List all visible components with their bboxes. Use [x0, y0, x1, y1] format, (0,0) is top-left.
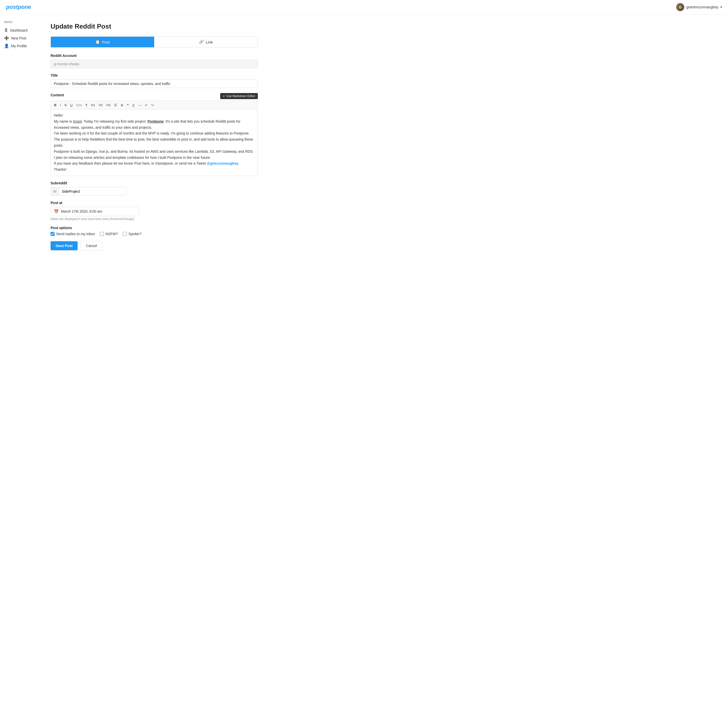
sidebar-item-label: New Post: [11, 36, 26, 40]
italic-button[interactable]: I: [59, 103, 62, 108]
save-post-button[interactable]: Save Post: [51, 241, 78, 250]
subreddit-input[interactable]: [59, 187, 126, 195]
sidebar-item-new-post[interactable]: ➕ New Post: [4, 34, 36, 42]
code-button[interactable]: </>: [75, 103, 83, 108]
sidebar-item-my-profile[interactable]: 👤 My Profile: [4, 42, 36, 50]
markdown-editor-button[interactable]: ↩ Use Markdown Editor: [220, 93, 258, 99]
link-tab-label: Link: [206, 40, 213, 44]
chevron-down-icon: ▾: [721, 5, 722, 9]
sidebar-item-dashboard[interactable]: 🎛 Dashboard: [4, 26, 36, 34]
reddit-account-label: Reddit Account: [51, 53, 258, 58]
post-tab-label: Post: [102, 40, 110, 44]
options-row: Send replies to my inbox NSFW? Spoiler?: [51, 232, 258, 236]
send-replies-text: Send replies to my inbox: [56, 232, 95, 236]
cancel-button[interactable]: Cancel: [81, 241, 103, 250]
send-replies-checkbox[interactable]: [51, 232, 55, 236]
timezone-hint: Dates are displayed in your local time z…: [51, 217, 258, 221]
post-options-section: Post options Send replies to my inbox NS…: [51, 226, 258, 236]
reddit-account-input: [51, 60, 258, 68]
title-input[interactable]: [51, 80, 258, 88]
post-tab-icon: 📋: [95, 40, 100, 44]
post-at-section: Post at 📅 March 17th 2020, 8:00 am Dates…: [51, 201, 258, 221]
content-label: Content: [51, 93, 64, 97]
content-editor[interactable]: Hello! My name is Grant. Today I'm relea…: [51, 109, 258, 176]
h3-button[interactable]: H3: [105, 103, 112, 108]
tab-post[interactable]: 📋 Post: [51, 37, 154, 47]
sidebar-item-label: Dashboard: [10, 28, 27, 32]
spoiler-checkbox[interactable]: [123, 232, 127, 236]
menu-label: MENU: [4, 20, 36, 23]
content-text: Hello! My name is Grant. Today I'm relea…: [54, 113, 254, 173]
title-section: Title: [51, 73, 258, 88]
editor-header: Content ↩ Use Markdown Editor: [51, 93, 258, 99]
title-label: Title: [51, 73, 258, 77]
new-post-icon: ➕: [4, 36, 9, 40]
editor-toolbar: B I S U </> ¶ H1 H2 H3 ☰ ≣ ❝ {} —: [51, 101, 258, 109]
tab-link[interactable]: 🔗 Link: [154, 37, 257, 47]
dashboard-icon: 🎛: [4, 28, 8, 33]
strikethrough-button[interactable]: S: [63, 103, 68, 108]
logo[interactable]: postpone: [6, 4, 31, 10]
link-tab-icon: 🔗: [199, 40, 204, 44]
h2-button[interactable]: H2: [97, 103, 104, 108]
calendar-icon: 📅: [54, 209, 59, 214]
paragraph-button[interactable]: ¶: [84, 103, 89, 108]
tabs-container: 📋 Post 🔗 Link: [51, 36, 258, 48]
bullet-list-button[interactable]: ☰: [113, 103, 118, 108]
post-at-label: Post at: [51, 201, 258, 205]
sidebar: MENU 🎛 Dashboard ➕ New Post 👤 My Profile: [0, 14, 40, 707]
reddit-account-section: Reddit Account: [51, 53, 258, 68]
content-section: Content ↩ Use Markdown Editor B I S U </…: [51, 93, 258, 176]
quote-button[interactable]: ❝: [126, 103, 130, 108]
subreddit-prefix: /r/: [51, 187, 59, 195]
sidebar-item-label: My Profile: [11, 44, 27, 48]
main-content: Update Reddit Post 📋 Post 🔗 Link Reddit …: [40, 14, 268, 707]
avatar: G: [676, 3, 684, 11]
nsfw-label[interactable]: NSFW?: [100, 232, 118, 236]
nsfw-text: NSFW?: [105, 232, 118, 236]
hr-button[interactable]: —: [137, 103, 143, 108]
header: postpone G grantmcconnaughey ▾: [0, 0, 728, 14]
subreddit-input-wrapper: /r/: [51, 187, 126, 196]
h1-button[interactable]: H1: [90, 103, 97, 108]
nsfw-checkbox[interactable]: [100, 232, 104, 236]
spoiler-text: Spoiler?: [129, 232, 141, 236]
underline-button[interactable]: U: [69, 103, 74, 108]
date-value: March 17th 2020, 8:00 am: [61, 210, 136, 213]
page-title: Update Reddit Post: [51, 23, 258, 30]
send-replies-label[interactable]: Send replies to my inbox: [51, 232, 95, 236]
subreddit-label: Subreddit: [51, 181, 258, 185]
undo-button[interactable]: ↩: [144, 103, 149, 108]
post-options-label: Post options: [51, 226, 258, 230]
markdown-icon: ↩: [223, 94, 225, 98]
subreddit-section: Subreddit /r/: [51, 181, 258, 196]
profile-icon: 👤: [4, 43, 9, 48]
spoiler-label[interactable]: Spoiler?: [123, 232, 141, 236]
date-input-wrapper[interactable]: 📅 March 17th 2020, 8:00 am: [51, 207, 139, 216]
username: grantmcconnaughey: [686, 5, 718, 9]
redo-button[interactable]: ↪: [150, 103, 155, 108]
code-block-button[interactable]: {}: [131, 103, 136, 108]
ordered-list-button[interactable]: ≣: [119, 103, 125, 108]
bold-button[interactable]: B: [53, 103, 58, 108]
action-buttons: Save Post Cancel: [51, 241, 258, 250]
user-menu[interactable]: G grantmcconnaughey ▾: [676, 3, 722, 11]
markdown-btn-label: Use Markdown Editor: [226, 94, 255, 98]
